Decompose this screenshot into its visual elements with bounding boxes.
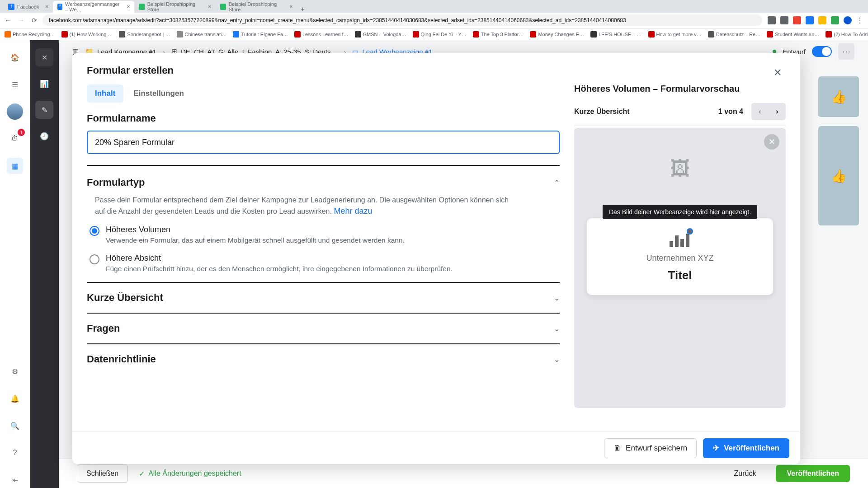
tab-content[interactable]: Inhalt (87, 84, 123, 103)
close-icon[interactable]: × (45, 4, 48, 10)
bookmark[interactable]: Student Wants an… (767, 31, 819, 38)
tab-strip: fFacebook× fWerbeanzeigenmanager – We…× … (0, 0, 868, 13)
ext-icon[interactable] (831, 16, 839, 24)
star-icon[interactable] (780, 16, 788, 24)
chevron-up-icon: ⌃ (554, 178, 560, 187)
chevron-down-icon: ⌄ (554, 355, 560, 364)
phone-preview: ✕ 🖼 Das Bild deiner Werbeanzeige wird hi… (574, 128, 786, 408)
radio-higher-intent[interactable]: Höhere Absicht Füge einen Prüfschritt hi… (90, 253, 560, 273)
modal-title: Formular erstellen (87, 65, 174, 76)
browser-tab[interactable]: Beispiel Dropshipping Store× (134, 1, 216, 13)
ext-icon[interactable] (818, 16, 826, 24)
preview-column: ✕ Höheres Volumen – Formularvorschau Kur… (574, 53, 800, 432)
bookmark[interactable]: Money Changes E… (530, 31, 584, 38)
bookmark[interactable]: Lessons Learned f… (294, 31, 349, 38)
ext-icon[interactable] (793, 16, 801, 24)
draft-icon: 🗎 (613, 444, 621, 453)
section-overview[interactable]: Kurze Übersicht ⌄ (87, 282, 560, 313)
extension-icons: ⋮ (768, 16, 863, 24)
ext-icon[interactable] (806, 16, 814, 24)
close-icon[interactable]: × (127, 4, 130, 10)
modal-close-button[interactable]: ✕ (769, 65, 786, 81)
form-create-modal: Formular erstellen Inhalt Einstellungen … (72, 53, 800, 464)
url-field[interactable]: facebook.com/adsmanager/manage/ads/edit?… (42, 14, 762, 26)
save-draft-button[interactable]: 🗎 Entwurf speichern (604, 438, 697, 458)
preview-summary-label: Kurze Übersicht (574, 108, 630, 116)
formname-input[interactable] (87, 131, 560, 154)
section-privacy[interactable]: Datenrichtlinie ⌄ (87, 343, 560, 374)
new-tab-button[interactable]: + (297, 5, 308, 13)
bookmark[interactable]: Datenschutz – Re… (708, 31, 760, 38)
radio-icon[interactable] (90, 254, 99, 264)
radio-icon[interactable] (90, 226, 99, 236)
pager-next[interactable]: › (769, 103, 786, 120)
radio-higher-volume[interactable]: Höheres Volumen Verwende ein Formular, d… (90, 225, 560, 244)
browser-chrome: fFacebook× fWerbeanzeigenmanager – We…× … (0, 0, 868, 28)
form-column: Formular erstellen Inhalt Einstellungen … (72, 53, 574, 432)
bookmarks-bar: Phone Recycling… (1) How Working … Sonde… (0, 28, 868, 40)
bookmark[interactable]: Sonderangebot | … (119, 31, 170, 38)
learn-more-link[interactable]: Mehr dazu (334, 206, 372, 216)
preview-org: Unternehmen XYZ (596, 253, 764, 263)
preview-tooltip: Das Bild deiner Werbeanzeige wird hier a… (603, 205, 757, 219)
menu-icon[interactable]: ⋮ (856, 16, 863, 24)
preview-card: Unternehmen XYZ Titel (587, 218, 773, 295)
bookmark[interactable]: (1) How Working … (61, 31, 113, 38)
address-bar: ← → ⟳ facebook.com/adsmanager/manage/ads… (0, 13, 868, 28)
close-icon[interactable]: × (208, 4, 211, 10)
bookmark[interactable]: LEE'S HOUSE – … (590, 31, 642, 38)
bookmark[interactable]: GMSN – Vologda… (355, 31, 406, 38)
section-questions[interactable]: Fragen ⌄ (87, 313, 560, 343)
send-icon: ✈ (713, 443, 719, 453)
formtype-header[interactable]: Formulartyp ⌃ (87, 177, 560, 188)
bookmark[interactable]: Phone Recycling… (5, 31, 55, 38)
modal-tabs: Inhalt Einstellungen (87, 84, 560, 103)
chevron-down-icon: ⌄ (554, 324, 560, 333)
chart-icon (596, 231, 764, 251)
close-icon[interactable]: × (289, 4, 292, 10)
ext-icon[interactable] (768, 16, 776, 24)
formname-label: Formularname (87, 113, 560, 124)
formtype-desc: Passe dein Formular entsprechend dem Zie… (95, 195, 511, 217)
bookmark[interactable]: The Top 3 Platfor… (473, 31, 524, 38)
profile-icon[interactable] (844, 16, 852, 24)
modal-backdrop: Formular erstellen Inhalt Einstellungen … (0, 40, 868, 488)
nav-reload-icon[interactable]: ⟳ (32, 17, 37, 24)
bookmark[interactable]: Tutorial: Eigene Fa… (233, 31, 288, 38)
bookmark[interactable]: Chinese translati… (177, 31, 227, 38)
nav-forward-icon[interactable]: → (18, 17, 24, 24)
preview-title: Höheres Volumen – Formularvorschau (574, 84, 786, 94)
nav-back-icon[interactable]: ← (5, 17, 11, 24)
tab-settings[interactable]: Einstellungen (125, 84, 192, 103)
bookmark[interactable]: Qing Fei De Yi – Y… (413, 31, 467, 38)
publish-form-button[interactable]: ✈ Veröffentlichen (703, 438, 789, 458)
bookmark[interactable]: (2) How To Add A… (826, 31, 868, 38)
pager-prev[interactable]: ‹ (751, 103, 769, 120)
pager-position: 1 von 4 (718, 108, 743, 116)
image-placeholder-icon: 🖼 (574, 128, 786, 209)
bookmark[interactable]: How to get more v… (648, 31, 702, 38)
modal-footer: 🗎 Entwurf speichern ✈ Veröffentlichen (72, 432, 800, 464)
browser-tab[interactable]: fFacebook× (4, 1, 53, 13)
browser-tab[interactable]: Beispiel Dropshipping Store× (216, 1, 297, 13)
browser-tab[interactable]: fWerbeanzeigenmanager – We…× (53, 1, 134, 13)
preview-card-title: Titel (596, 268, 764, 282)
chevron-down-icon: ⌄ (554, 294, 560, 302)
